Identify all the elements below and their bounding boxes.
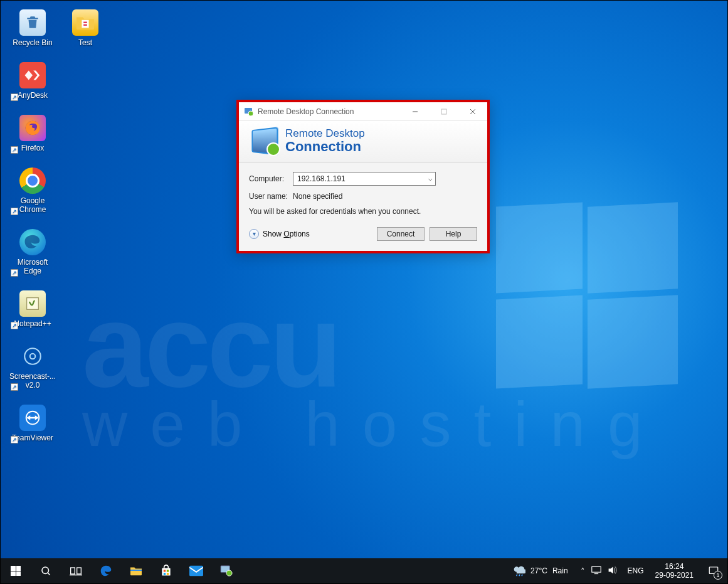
task-view-button[interactable] xyxy=(61,558,91,583)
close-button[interactable] xyxy=(458,102,487,120)
desktop-item-label: Test xyxy=(78,38,92,47)
shortcut-overlay-icon: ↗ xyxy=(11,322,18,329)
rdc-body: Computer: 192.168.1.191 ⌵ User name: Non… xyxy=(239,163,487,251)
tray-volume-icon[interactable] xyxy=(608,566,618,576)
svg-point-10 xyxy=(248,111,253,116)
weather-rain-icon xyxy=(513,565,525,577)
windows-logo-wallpaper xyxy=(496,204,678,386)
svg-rect-28 xyxy=(591,566,600,572)
desktop-item-chrome[interactable]: ↗ Google Chrome xyxy=(8,167,57,214)
desktop-item-screencast[interactable]: ↗ Screencast-... v2.0 xyxy=(8,343,57,390)
credentials-hint: You will be asked for credentials when y… xyxy=(249,207,477,216)
folder-icon xyxy=(72,9,98,36)
svg-rect-12 xyxy=(441,109,446,114)
rdc-banner-line1: Remote Desktop xyxy=(285,127,365,139)
desktop-item-label: Notepad++ xyxy=(14,319,51,328)
taskbar-notifications[interactable]: 1 xyxy=(700,558,727,583)
svg-rect-7 xyxy=(83,22,87,23)
computer-combobox[interactable]: 192.168.1.191 ⌵ xyxy=(293,172,436,186)
svg-rect-25 xyxy=(189,566,203,576)
desktop-icons-col2: Test xyxy=(61,9,149,62)
taskbar-app-store[interactable] xyxy=(151,558,181,583)
taskbar-language[interactable]: ENG xyxy=(623,566,649,575)
desktop-item-label: Firefox xyxy=(21,144,45,152)
svg-point-13 xyxy=(42,567,49,574)
taskbar-weather[interactable]: 27°C Rain xyxy=(505,558,576,583)
shortcut-overlay-icon: ↗ xyxy=(11,146,18,154)
start-button[interactable] xyxy=(1,558,31,583)
anydesk-icon xyxy=(19,62,46,88)
desktop-item-label: AnyDesk xyxy=(18,91,48,100)
shortcut-overlay-icon: ↗ xyxy=(11,93,18,101)
rdc-highlight-frame: Remote Desktop Connection Remote Desktop… xyxy=(236,100,490,253)
desktop-item-recycle-bin[interactable]: Recycle Bin xyxy=(8,9,57,47)
rdc-banner: Remote Desktop Connection xyxy=(239,121,487,163)
screencast-icon xyxy=(19,343,46,369)
svg-rect-16 xyxy=(77,568,82,574)
desktop-item-label: Google Chrome xyxy=(19,196,46,214)
help-button[interactable]: Help xyxy=(430,227,477,241)
computer-label: Computer: xyxy=(249,174,293,183)
svg-point-27 xyxy=(226,570,232,576)
username-value: None specified xyxy=(293,192,342,201)
rdc-banner-icon xyxy=(249,129,278,154)
svg-line-14 xyxy=(48,573,50,575)
svg-point-2 xyxy=(24,348,41,364)
clock-time: 16:24 xyxy=(655,562,694,571)
rdc-titlebar[interactable]: Remote Desktop Connection xyxy=(239,102,487,121)
show-options-toggle[interactable]: ▾ Show Options xyxy=(249,229,310,239)
show-options-label: Show Options xyxy=(263,230,310,238)
edge-icon xyxy=(19,229,46,255)
weather-temp: 27°C xyxy=(530,566,547,575)
clock-date: 29-09-2021 xyxy=(655,571,694,580)
username-label: User name: xyxy=(249,192,293,201)
minimize-button[interactable] xyxy=(401,102,430,120)
taskbar: 27°C Rain ˄ ENG 16:24 29-09-2021 1 xyxy=(1,558,727,583)
maximize-button xyxy=(430,102,458,120)
rdc-window-title: Remote Desktop Connection xyxy=(258,107,401,116)
svg-rect-20 xyxy=(162,568,170,576)
svg-rect-21 xyxy=(164,570,166,571)
svg-rect-19 xyxy=(130,570,142,571)
svg-rect-8 xyxy=(83,24,87,26)
tray-display-icon[interactable] xyxy=(591,566,601,576)
firefox-icon xyxy=(19,115,46,141)
tray-chevron-up-icon[interactable]: ˄ xyxy=(581,566,585,576)
desktop-item-test-folder[interactable]: Test xyxy=(61,9,110,47)
svg-rect-22 xyxy=(167,570,169,571)
rdc-window-icon xyxy=(244,107,254,117)
weather-text: Rain xyxy=(552,566,568,575)
chevron-down-icon: ⌵ xyxy=(428,174,433,183)
search-button[interactable] xyxy=(31,558,61,583)
shortcut-overlay-icon: ↗ xyxy=(11,269,18,277)
taskbar-clock[interactable]: 16:24 29-09-2021 xyxy=(649,562,700,580)
taskbar-app-mail[interactable] xyxy=(181,558,211,583)
teamviewer-icon xyxy=(19,405,46,431)
shortcut-overlay-icon: ↗ xyxy=(11,208,18,215)
shortcut-overlay-icon: ↗ xyxy=(11,383,18,391)
taskbar-app-rdc[interactable] xyxy=(211,558,241,583)
svg-point-3 xyxy=(30,354,36,359)
taskbar-app-edge[interactable] xyxy=(91,558,121,583)
notepadpp-icon xyxy=(19,290,46,317)
svg-rect-24 xyxy=(167,573,169,575)
desktop-item-firefox[interactable]: ↗ Firefox xyxy=(8,115,57,152)
taskbar-app-explorer[interactable] xyxy=(121,558,151,583)
desktop-item-teamviewer[interactable]: ↗ TeamViewer xyxy=(8,405,57,442)
desktop-icons-col1: Recycle Bin ↗ AnyDesk ↗ Firefox ↗ Google… xyxy=(8,9,96,457)
svg-rect-23 xyxy=(164,573,166,575)
connect-button[interactable]: Connect xyxy=(377,227,425,241)
system-tray[interactable]: ˄ xyxy=(576,558,623,583)
computer-value: 192.168.1.191 xyxy=(297,174,346,183)
recycle-bin-icon xyxy=(19,9,46,36)
shortcut-overlay-icon: ↗ xyxy=(11,436,18,443)
desktop-item-notepadpp[interactable]: ↗ Notepad++ xyxy=(8,290,57,328)
svg-rect-15 xyxy=(71,568,75,574)
desktop-item-edge[interactable]: ↗ Microsoft Edge xyxy=(8,229,57,275)
desktop-item-label: Recycle Bin xyxy=(13,38,52,47)
svg-rect-6 xyxy=(82,20,88,28)
desktop-item-label: Microsoft Edge xyxy=(18,258,48,275)
rdc-banner-line2: Connection xyxy=(285,139,365,155)
remote-desktop-window: Remote Desktop Connection Remote Desktop… xyxy=(239,102,487,251)
desktop-item-anydesk[interactable]: ↗ AnyDesk xyxy=(8,62,57,100)
